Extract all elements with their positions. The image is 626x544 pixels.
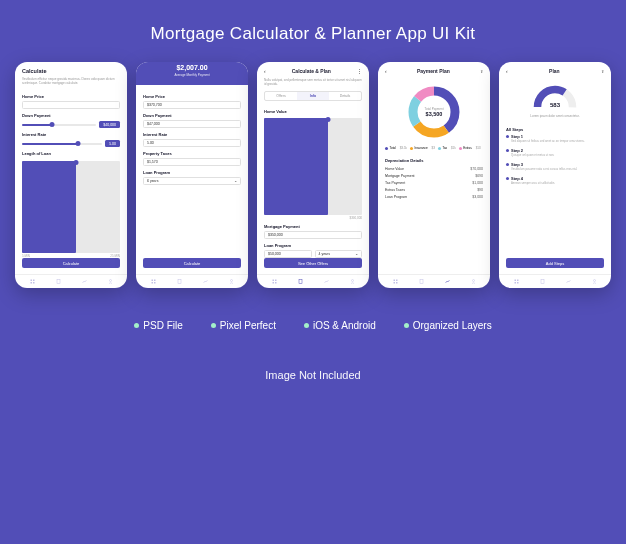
nav-chart-icon[interactable] xyxy=(203,279,208,284)
nav-bar xyxy=(136,274,248,288)
interest-slider[interactable] xyxy=(22,143,102,145)
bullet-icon xyxy=(304,323,309,328)
nav-doc-icon[interactable] xyxy=(419,279,424,284)
step-item[interactable]: Step 4Aenean semper arcu sit sollicitudi… xyxy=(506,176,604,186)
step-dot-icon xyxy=(506,163,509,166)
svg-point-27 xyxy=(472,280,474,282)
home-price-label: Home Price xyxy=(143,94,241,99)
nav-doc-icon[interactable] xyxy=(540,279,545,284)
bullet-icon xyxy=(211,323,216,328)
home-value-slider[interactable] xyxy=(264,118,362,215)
legend-dot xyxy=(438,147,441,150)
home-price-input[interactable] xyxy=(22,101,120,109)
tab-info[interactable]: Info xyxy=(297,92,329,100)
home-price-label: Home Price xyxy=(22,94,120,99)
svg-rect-31 xyxy=(517,280,519,282)
svg-rect-22 xyxy=(393,280,395,282)
step-item[interactable]: Step 1Sed aliquam sit finibus sed amet a… xyxy=(506,134,604,144)
calculate-button[interactable]: Calculate xyxy=(22,258,120,268)
tab-offers[interactable]: Offers xyxy=(265,92,297,100)
nav-bar xyxy=(15,274,127,288)
taxes-input[interactable]: $1,570 xyxy=(143,158,241,166)
nav-chart-icon[interactable] xyxy=(566,279,571,284)
donut-chart: Total Payment $3,500 xyxy=(404,82,464,142)
svg-rect-9 xyxy=(154,282,156,284)
svg-rect-12 xyxy=(272,280,274,282)
nav-chart-icon[interactable] xyxy=(445,279,450,284)
loan-program-label: Loan Program xyxy=(264,243,362,248)
more-icon[interactable]: ⋮ xyxy=(357,68,362,74)
mortgage-input[interactable]: $350,000 xyxy=(264,231,362,239)
legend-item: Tax $1k xyxy=(438,146,456,150)
gauge-chart: 583 xyxy=(530,82,580,110)
nav-user-icon[interactable] xyxy=(108,279,113,284)
canvas: Mortgage Calculator & Planner App UI Kit… xyxy=(0,0,626,544)
nav-doc-icon[interactable] xyxy=(298,279,303,284)
nav-user-icon[interactable] xyxy=(592,279,597,284)
svg-rect-33 xyxy=(517,282,519,284)
home-price-input[interactable]: $370,700 xyxy=(143,101,241,109)
loan-slider[interactable] xyxy=(22,161,120,253)
tab-details[interactable]: Details xyxy=(329,92,361,100)
nav-home-icon[interactable] xyxy=(151,279,156,284)
detail-row: Extras Taxes$90 xyxy=(385,186,483,193)
feature-item: PSD File xyxy=(134,320,182,331)
screens-row: Calculate Vestibulum efficitur neque gra… xyxy=(0,62,626,288)
nav-chart-icon[interactable] xyxy=(82,279,87,284)
chevron-down-icon: ⌄ xyxy=(355,252,358,256)
share-icon[interactable]: ⇪ xyxy=(480,69,483,74)
svg-rect-34 xyxy=(541,280,544,284)
nav-home-icon[interactable] xyxy=(393,279,398,284)
nav-home-icon[interactable] xyxy=(514,279,519,284)
svg-rect-8 xyxy=(151,282,153,284)
product-title: Mortgage Calculator & Planner App UI Kit xyxy=(151,24,476,44)
calculate-button[interactable]: Calculate xyxy=(143,258,241,268)
down-payment-slider[interactable] xyxy=(22,124,96,126)
svg-point-17 xyxy=(351,280,353,282)
step-dot-icon xyxy=(506,177,509,180)
add-steps-button[interactable]: Add Steps xyxy=(506,258,604,268)
header-title: Plan xyxy=(549,68,560,74)
loan-length-label: Length of Loan xyxy=(22,151,120,156)
svg-rect-14 xyxy=(272,282,274,284)
svg-rect-25 xyxy=(396,282,398,284)
nav-user-icon[interactable] xyxy=(471,279,476,284)
nav-user-icon[interactable] xyxy=(229,279,234,284)
loan-term-select[interactable]: 4 years⌄ xyxy=(315,250,363,258)
back-icon[interactable]: ‹ xyxy=(264,68,266,74)
nav-home-icon[interactable] xyxy=(272,279,277,284)
nav-home-icon[interactable] xyxy=(30,279,35,284)
chevron-down-icon: ⌄ xyxy=(234,179,237,183)
home-value-amount: $390,000 xyxy=(349,216,362,220)
svg-rect-30 xyxy=(514,280,516,282)
loan-amount-input[interactable]: $50,000 xyxy=(264,250,312,258)
header-title: Calculate & Plan xyxy=(292,68,331,74)
interest-input[interactable]: 5.00 xyxy=(143,139,241,147)
share-icon[interactable]: ⇪ xyxy=(601,69,604,74)
step-item[interactable]: Step 3Vestibulum posuere natis a est cur… xyxy=(506,162,604,172)
down-payment-input[interactable]: $47,000 xyxy=(143,120,241,128)
detail-row: Mortgage Payment$690 xyxy=(385,172,483,179)
back-icon[interactable]: ‹ xyxy=(385,68,387,74)
svg-rect-16 xyxy=(299,280,302,284)
svg-rect-0 xyxy=(30,280,32,282)
mortgage-label: Mortgage Payment xyxy=(264,224,362,229)
back-icon[interactable]: ‹ xyxy=(506,68,508,74)
svg-rect-15 xyxy=(275,282,277,284)
svg-rect-10 xyxy=(178,280,181,284)
nav-doc-icon[interactable] xyxy=(177,279,182,284)
down-payment-label: Down Payment xyxy=(22,113,120,118)
svg-rect-2 xyxy=(30,282,32,284)
see-offers-button[interactable]: See Other Offers xyxy=(264,258,362,268)
nav-chart-icon[interactable] xyxy=(324,279,329,284)
down-payment-value-badge: $40,000 xyxy=(99,121,120,128)
svg-rect-23 xyxy=(396,280,398,282)
step-dot-icon xyxy=(506,149,509,152)
screen-results: $2,007.00 Average Monthly Payment Home P… xyxy=(136,62,248,288)
loan-select[interactable]: 6 years⌄ xyxy=(143,177,241,185)
nav-doc-icon[interactable] xyxy=(56,279,61,284)
step-item[interactable]: Step 2Quisque vel quam et metus ut non. xyxy=(506,148,604,158)
nav-bar xyxy=(257,274,369,288)
nav-user-icon[interactable] xyxy=(350,279,355,284)
screen-calculate: Calculate Vestibulum efficitur neque gra… xyxy=(15,62,127,288)
